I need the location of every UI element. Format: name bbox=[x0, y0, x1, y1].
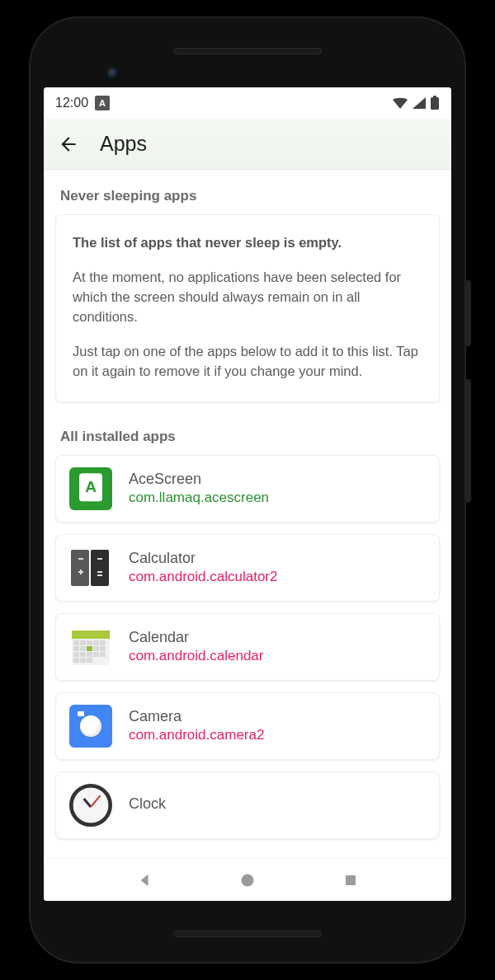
calculator-app-icon bbox=[69, 546, 112, 589]
svg-rect-19 bbox=[93, 646, 99, 651]
app-item-clock[interactable]: Clock bbox=[55, 771, 440, 839]
status-bar: 12:00 A bbox=[44, 87, 451, 119]
app-name: Calculator bbox=[129, 550, 277, 567]
empty-state-line1: At the moment, no applications have been… bbox=[73, 268, 422, 327]
svg-rect-10 bbox=[72, 631, 110, 639]
calendar-app-icon bbox=[69, 626, 112, 668]
svg-rect-7 bbox=[97, 558, 102, 560]
svg-rect-20 bbox=[100, 646, 106, 651]
speaker-top bbox=[173, 48, 322, 54]
svg-rect-2 bbox=[71, 550, 89, 586]
svg-rect-4 bbox=[78, 558, 83, 560]
square-recents-icon bbox=[343, 873, 358, 888]
screen: 12:00 A Apps Nev bbox=[44, 87, 451, 901]
cell-signal-icon bbox=[412, 96, 427, 110]
phone-frame: 12:00 A Apps Nev bbox=[29, 16, 466, 964]
svg-rect-14 bbox=[87, 640, 92, 645]
triangle-back-icon bbox=[135, 871, 153, 889]
power-button[interactable] bbox=[464, 280, 471, 346]
svg-rect-6 bbox=[80, 570, 82, 574]
acescreen-app-icon bbox=[69, 467, 112, 510]
svg-rect-31 bbox=[346, 875, 356, 885]
nav-home-button[interactable] bbox=[237, 870, 258, 891]
svg-rect-9 bbox=[97, 574, 102, 576]
app-name: AceScreen bbox=[129, 471, 269, 488]
svg-rect-24 bbox=[93, 652, 99, 657]
clock-app-icon bbox=[69, 784, 112, 827]
arrow-back-icon bbox=[58, 134, 79, 155]
section-never-sleeping: Never sleeping apps bbox=[44, 170, 451, 214]
content-area: Never sleeping apps The list of apps tha… bbox=[44, 170, 451, 858]
front-camera bbox=[107, 68, 119, 79]
app-item-camera[interactable]: Camera com.android.camera2 bbox=[55, 692, 440, 760]
section-all-installed: All installed apps bbox=[44, 410, 451, 455]
app-item-calendar[interactable]: Calendar com.android.calendar bbox=[55, 613, 440, 681]
speaker-bottom bbox=[173, 931, 322, 937]
svg-rect-1 bbox=[433, 96, 436, 98]
svg-rect-18 bbox=[80, 646, 86, 651]
app-name: Clock bbox=[129, 795, 166, 813]
svg-rect-21 bbox=[73, 652, 79, 657]
app-package: com.android.calculator2 bbox=[129, 569, 277, 585]
svg-rect-12 bbox=[73, 640, 79, 645]
svg-rect-13 bbox=[80, 640, 86, 645]
empty-state-title: The list of apps that never sleep is emp… bbox=[73, 233, 422, 253]
app-name: Camera bbox=[129, 708, 264, 725]
svg-rect-25 bbox=[100, 652, 106, 657]
svg-rect-27 bbox=[80, 658, 86, 663]
svg-rect-23 bbox=[87, 652, 92, 657]
svg-rect-3 bbox=[91, 550, 109, 586]
volume-button[interactable] bbox=[464, 379, 471, 503]
wifi-icon bbox=[392, 96, 408, 110]
svg-rect-15 bbox=[93, 640, 99, 645]
app-header: Apps bbox=[44, 119, 451, 170]
svg-rect-26 bbox=[73, 658, 79, 663]
nav-back-button[interactable] bbox=[134, 870, 155, 891]
app-name: Calendar bbox=[129, 629, 263, 646]
svg-point-30 bbox=[241, 874, 253, 886]
svg-rect-8 bbox=[97, 571, 102, 573]
back-button[interactable] bbox=[57, 133, 80, 156]
svg-rect-16 bbox=[100, 640, 106, 645]
svg-rect-0 bbox=[431, 97, 439, 110]
app-package: com.llamaq.acescreen bbox=[129, 490, 269, 506]
page-title: Apps bbox=[100, 132, 147, 156]
app-item-acescreen[interactable]: AceScreen com.llamaq.acescreen bbox=[55, 455, 440, 523]
circle-home-icon bbox=[239, 872, 256, 889]
empty-state-line2: Just tap on one of the apps below to add… bbox=[73, 342, 422, 382]
svg-rect-28 bbox=[87, 658, 92, 663]
empty-state-card: The list of apps that never sleep is emp… bbox=[55, 214, 440, 402]
battery-icon bbox=[430, 96, 440, 110]
svg-rect-17 bbox=[73, 646, 79, 651]
nav-recents-button[interactable] bbox=[340, 870, 361, 891]
status-time: 12:00 bbox=[55, 96, 88, 110]
system-nav-bar bbox=[44, 858, 451, 901]
app-package: com.android.calendar bbox=[129, 648, 263, 664]
app-package: com.android.camera2 bbox=[129, 727, 264, 743]
app-item-calculator[interactable]: Calculator com.android.calculator2 bbox=[55, 534, 440, 602]
camera-app-icon bbox=[69, 705, 112, 748]
svg-rect-22 bbox=[80, 652, 86, 657]
svg-rect-29 bbox=[87, 646, 92, 651]
acescreen-notification-icon: A bbox=[95, 96, 110, 110]
